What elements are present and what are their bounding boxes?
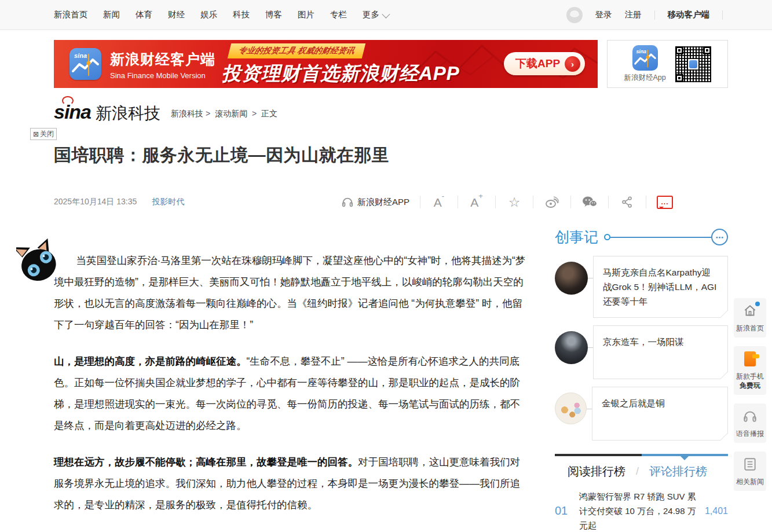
top-nav-account: 登录 注册 移动客户端 [566,7,723,23]
card-article[interactable]: 马斯克亲自点名Karpathy迎战Grok 5！别神话LLM，AGI还要等十年 [593,256,728,318]
svg-text:sina: sina [74,52,87,59]
breadcrumb-rolling-news[interactable]: 滚动新闻 [215,109,247,118]
download-app-label: 下载APP [515,56,560,71]
ranking-list: 01 鸿蒙智行智界 R7 轿跑 SUV 累计交付突破 10 万台，24.98 万… [555,482,728,532]
float-voice-broadcast-button[interactable]: 语音播报 [734,403,766,443]
rank-title: 鸿蒙智行智界 R7 轿跑 SUV 累计交付突破 10 万台，24.98 万元起 [579,489,705,532]
comment-icon: ... [657,196,673,209]
finance-app-banner[interactable]: sina 新浪财经客户端 Sina Finance Mobile Version… [54,40,598,88]
card-article[interactable]: 金银之后就是铜 [592,387,728,441]
breadcrumb-separator: > [206,109,210,118]
comments-button[interactable]: ... [646,196,683,209]
table-row[interactable]: 01 鸿蒙智行智界 R7 轿跑 SUV 累计交付突破 10 万台，24.98 万… [555,482,728,532]
breadcrumb-separator: > [252,109,257,118]
nav-sina-home[interactable]: 新浪首页 [54,9,87,20]
banner-headline: 投资理财首选新浪财经APP [222,61,460,87]
weibo-icon [545,196,559,208]
share-weibo-button[interactable] [533,196,570,208]
divider [722,10,723,20]
finance-app-icon: sina [69,48,101,80]
listen-app-label: 新浪财经APP [357,197,409,208]
arrow-right-icon: › [565,56,580,72]
share-icon [621,196,634,208]
avatar[interactable] [555,392,587,424]
close-icon: ⊠ [33,130,39,138]
nav-more-label: 更多 [363,9,379,20]
finance-app-title: 新浪财经客户端 Sina Finance Mobile Version [110,50,215,80]
breadcrumb-tech[interactable]: 新浪科技 [171,109,203,118]
close-label: 关闭 [40,129,54,139]
font-smaller-button[interactable]: A- [420,195,458,210]
avatar[interactable] [555,262,588,295]
avatar[interactable] [555,331,588,364]
banner-app-name: 新浪财经客户端 [110,50,215,69]
tab-read-ranking[interactable]: 阅读排行榜 [568,464,625,479]
card-title: 马斯克亲自点名Karpathy迎战Grok 5！别神话LLM，AGI还要等十年 [603,265,718,309]
nav-photos[interactable]: 图片 [298,9,314,20]
chevron-down-icon [382,10,390,18]
sina-logo[interactable]: sina [54,102,91,122]
mobile-client-link[interactable]: 移动客户端 [668,9,710,20]
rank-count: 1,401 [705,506,728,516]
chuangshiji-header: 创事记 ⋯ [555,228,728,247]
nav-columns[interactable]: 专栏 [330,9,347,20]
list-item: 京东造车，一场阳谋 [555,325,728,379]
floating-toolbar: 新浪首页 新款手机 免费玩 语音播报 [734,298,766,491]
breadcrumb-article[interactable]: 正文 [261,109,277,118]
close-button[interactable]: ⊠关闭 [30,128,57,140]
banner-app-name-en: Sina Finance Mobile Version [110,71,215,80]
share-wechat-button[interactable] [571,196,608,208]
nav-tech[interactable]: 科技 [233,9,250,20]
nav-finance[interactable]: 财经 [168,9,185,20]
tab-separator: / [636,465,639,478]
article-paragraph: 理想在远方，故步履不能停歇；高峰在那里，故攀登是唯一的回答。对于国培职聘，这山更… [54,452,530,516]
article-paragraph: 山，是理想的高度，亦是前路的崎岖征途。“生命不息，攀登不止” ——这恰是所有心怀… [54,351,530,436]
headphones-icon [742,409,758,424]
float-label: 相关新闻 [736,477,764,486]
connector [588,278,593,278]
sidebar: 创事记 ⋯ 马斯克亲自点名Karpathy迎战Grok 5！别神话LLM，AGI… [555,228,728,532]
float-related-news-button[interactable]: 相关新闻 [734,452,766,491]
qr-center-logo [688,59,698,69]
register-link[interactable]: 注册 [625,9,642,20]
float-label: 新款手机 免费玩 [736,372,764,390]
decorative-line [604,234,711,240]
nav-entertainment[interactable]: 娱乐 [200,9,217,20]
card-article[interactable]: 京东造车，一场阳谋 [593,325,728,379]
float-sina-home-button[interactable]: 新浪首页 [734,298,766,337]
float-new-phone-button[interactable]: 新款手机 免费玩 [734,346,766,395]
qr-finder [703,46,711,54]
login-link[interactable]: 登录 [595,9,612,20]
qr-panel: sina 新浪财经App [607,40,728,88]
home-icon [742,303,758,318]
nav-sports[interactable]: 体育 [136,9,152,20]
favorite-button[interactable]: ☆ [496,196,533,209]
nav-news[interactable]: 新闻 [103,9,120,20]
qr-finder [675,74,683,82]
site-section-logo[interactable]: 新浪科技 [96,105,160,122]
cat-mascot-image[interactable] [16,238,59,288]
listen-app-button[interactable]: 新浪财经APP [334,196,420,208]
nav-blog[interactable]: 博客 [265,9,282,20]
finance-app-icon-small: sina [632,45,658,71]
breadcrumb: 新浪科技> 滚动新闻 > 正文 [171,109,277,122]
card-title: 京东造车，一场阳谋 [603,335,718,349]
font-smaller-icon: A- [434,195,444,210]
qr-app-block: sina 新浪财经App [624,45,665,83]
divider [654,10,655,20]
font-larger-button[interactable]: A+ [458,195,495,210]
publish-date: 2025年10月14日 13:35 [54,197,137,207]
ranking-tabs: 阅读排行榜 / 评论排行榜 [555,464,728,479]
svg-text:sina: sina [636,49,646,54]
chuangshiji-title[interactable]: 创事记 [555,228,598,247]
rank-number: 01 [555,504,579,518]
connector [588,347,593,348]
article-body: 当英国登山家乔治·马洛里第一次站在珠穆朗玛峰脚下，凝望这座他心中的“女神”时，他… [54,250,530,532]
tab-comment-ranking[interactable]: 评论排行榜 [649,464,707,479]
nav-more[interactable]: 更多 [363,9,388,20]
more-button[interactable]: ⋯ [711,229,728,245]
share-button[interactable] [609,196,646,208]
source-link[interactable]: 投影时代 [152,197,184,207]
star-icon: ☆ [508,196,521,209]
download-app-button[interactable]: 下载APP › [504,52,585,75]
